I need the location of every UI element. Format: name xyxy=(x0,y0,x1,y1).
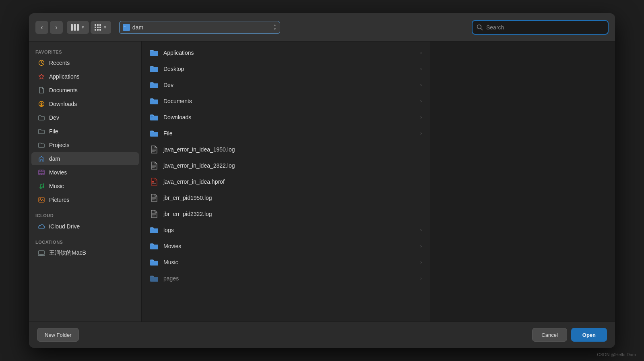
view-grid-button[interactable]: ▼ xyxy=(91,21,111,34)
list-item[interactable]: java_error_in_idea_1950.log xyxy=(142,141,430,158)
log-file-icon2 xyxy=(150,193,159,202)
chevron-right-icon: › xyxy=(420,98,422,104)
columns-icon xyxy=(71,24,79,31)
svg-rect-1 xyxy=(74,24,76,31)
file-area: Applications › Desktop › xyxy=(142,41,615,322)
sidebar-item-pictures[interactable]: Pictures xyxy=(31,193,139,206)
file-item-name: Dev xyxy=(163,82,415,88)
projects-folder-icon xyxy=(38,141,45,149)
folder-icon xyxy=(124,25,129,30)
chevron-right-icon: › xyxy=(420,131,422,136)
sidebar-item-label: Pictures xyxy=(49,197,70,203)
chevron-right-icon: › xyxy=(420,227,422,233)
chevron-right-icon: › xyxy=(420,243,422,249)
list-item[interactable]: Applications › xyxy=(142,45,430,61)
search-icon xyxy=(477,24,483,31)
macbook-icon xyxy=(38,249,45,257)
sidebar-item-downloads[interactable]: Downloads xyxy=(31,98,139,110)
list-item[interactable]: logs › xyxy=(142,222,430,238)
sidebar-item-recents[interactable]: Recents xyxy=(31,56,139,69)
file-item-name: logs xyxy=(163,227,415,233)
applications-icon xyxy=(38,73,45,80)
file-item-name: File xyxy=(163,130,415,137)
sidebar-item-applications[interactable]: Applications xyxy=(31,70,139,83)
search-bar[interactable] xyxy=(472,20,609,35)
pictures-icon xyxy=(38,196,45,203)
sidebar-item-label: dam xyxy=(49,156,60,162)
folder-icon xyxy=(150,242,159,251)
music-icon xyxy=(38,183,45,190)
recents-icon xyxy=(38,59,45,66)
folder-icon xyxy=(150,274,159,283)
folder-icon xyxy=(150,64,159,73)
locations-label: Locations xyxy=(29,237,141,246)
svg-rect-25 xyxy=(40,255,43,255)
location-bar[interactable]: dam ▲ ▼ xyxy=(119,21,280,34)
location-stepper[interactable]: ▲ ▼ xyxy=(273,23,277,31)
chevron-right-icon: › xyxy=(420,259,422,265)
list-item[interactable]: Movies › xyxy=(142,238,430,254)
sidebar-item-label: iCloud Drive xyxy=(49,223,80,230)
list-item[interactable]: jbr_err_pid2322.log xyxy=(142,206,430,222)
svg-rect-21 xyxy=(39,197,44,202)
search-input[interactable] xyxy=(486,24,604,31)
view-columns-button[interactable]: ▼ xyxy=(67,21,89,34)
sidebar-item-label: 王润钦的MacB xyxy=(49,249,86,257)
list-item[interactable]: jbr_err_pid1950.log xyxy=(142,190,430,206)
sidebar-item-label: Recents xyxy=(49,60,70,66)
sidebar-item-icloud-drive[interactable]: iCloud Drive xyxy=(31,220,139,233)
svg-rect-23 xyxy=(39,251,44,255)
sidebar-item-file[interactable]: File xyxy=(31,125,139,138)
back-button[interactable]: ‹ xyxy=(35,21,48,34)
hprof-file-icon xyxy=(150,177,159,186)
list-item[interactable]: Downloads › xyxy=(142,109,430,125)
list-item[interactable]: Desktop › xyxy=(142,61,430,77)
chevron-down-icon: ▼ xyxy=(81,25,85,29)
list-item[interactable]: java_error_in_idea_2322.log xyxy=(142,158,430,174)
dev-folder-icon xyxy=(38,114,45,121)
list-item[interactable]: java_error_in_idea.hprof xyxy=(142,174,430,190)
log-file-icon xyxy=(150,145,159,154)
cancel-button[interactable]: Cancel xyxy=(532,328,567,342)
sidebar-item-macbook[interactable]: 王润钦的MacB xyxy=(31,247,139,259)
sidebar-item-documents[interactable]: Documents xyxy=(31,84,139,97)
downloads-folder-icon xyxy=(150,113,159,122)
log-file-icon3 xyxy=(150,210,159,218)
sidebar-item-movies[interactable]: Movies xyxy=(31,166,139,179)
icloud-label: iCloud xyxy=(29,210,141,220)
forward-button[interactable]: › xyxy=(50,21,63,34)
list-item[interactable]: File › xyxy=(142,125,430,141)
sidebar-item-dev[interactable]: Dev xyxy=(31,111,139,124)
svg-rect-33 xyxy=(152,181,154,183)
folder-icon xyxy=(150,226,159,234)
sidebar-item-label: Documents xyxy=(49,87,78,93)
sidebar-item-dam[interactable]: dam xyxy=(31,152,139,165)
grid-icon xyxy=(95,24,101,31)
file-folder-icon xyxy=(38,128,45,135)
sidebar-item-music[interactable]: Music xyxy=(31,180,139,193)
chevron-right-icon: › xyxy=(420,276,422,281)
svg-rect-2 xyxy=(77,24,79,31)
svg-point-26 xyxy=(151,116,153,118)
sidebar-item-label: Dev xyxy=(49,114,59,121)
file-item-name: Music xyxy=(163,259,415,266)
list-item[interactable]: Music › xyxy=(142,254,430,270)
sidebar: Favorites Recents Applications xyxy=(29,41,142,322)
svg-rect-0 xyxy=(71,24,73,31)
file-item-name: Movies xyxy=(163,243,415,249)
list-item[interactable]: Dev › xyxy=(142,77,430,93)
location-folder-icon xyxy=(123,24,130,31)
sidebar-item-label: Projects xyxy=(49,142,70,148)
list-item[interactable]: Documents › xyxy=(142,93,430,109)
sidebar-item-projects[interactable]: Projects xyxy=(31,139,139,151)
chevron-down-icon2: ▼ xyxy=(103,25,107,29)
list-item[interactable]: pages › xyxy=(142,270,430,286)
watermark: CSDN @Hello Dam xyxy=(597,352,636,357)
open-button[interactable]: Open xyxy=(571,328,607,342)
sidebar-item-label: Downloads xyxy=(49,101,77,107)
log-file-icon xyxy=(150,161,159,170)
file-item-name: pages xyxy=(163,275,415,282)
new-folder-button[interactable]: New Folder xyxy=(37,328,79,342)
sidebar-item-label: Applications xyxy=(49,73,80,80)
favorites-label: Favorites xyxy=(29,46,141,56)
